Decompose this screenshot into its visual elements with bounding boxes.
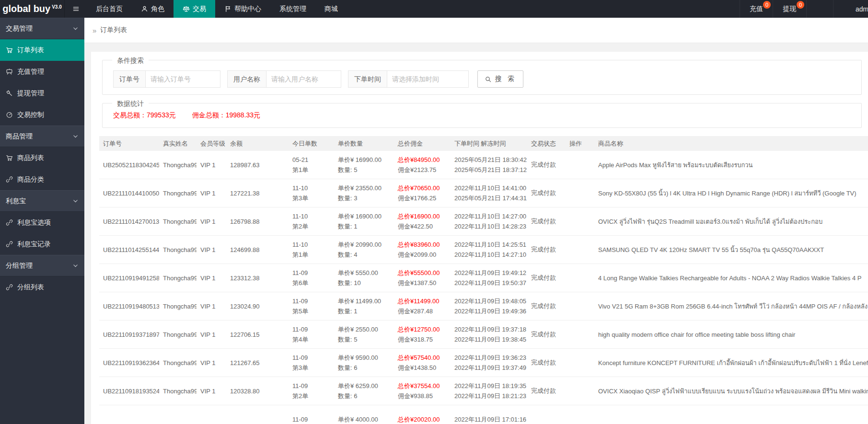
balance: 128987.63 xyxy=(226,161,289,169)
nav-item-6[interactable]: 商城 xyxy=(315,0,347,18)
vip-level: VIP 1 xyxy=(197,218,226,225)
order-id: UB2211101425514425 xyxy=(99,246,159,253)
total-commission: 总价¥11499.00佣金¥287.48 xyxy=(394,296,451,316)
order-unfreeze-time: 2022年11月09日 19:48:052022年11月09日 19:49:36 xyxy=(451,296,527,316)
unit-price-quantity: 单价¥ 2550.00数量: 5 xyxy=(334,324,394,344)
column-header-11: 商品名称 xyxy=(594,139,868,148)
total-commission: 总价¥20020.00 xyxy=(394,414,451,424)
sidebar-item-商品列表[interactable]: 商品列表 xyxy=(0,147,84,169)
sidebar-item-交易控制[interactable]: 交易控制 xyxy=(0,104,84,126)
order-id-field-label: 订单号 xyxy=(113,70,146,88)
sidebar-group-利息宝[interactable]: 利息宝 xyxy=(0,190,84,212)
table-row: UB2211091819352478Thongcha99VIP 1120328.… xyxy=(99,377,868,405)
refresh-icon xyxy=(816,5,824,13)
order-unfreeze-time: 2022年11月09日 17:01:16 xyxy=(451,414,527,424)
real-name: Thongcha99 xyxy=(159,161,197,169)
order-unfreeze-time: 2025年05月21日 18:30:422025年05月21日 18:37:12 xyxy=(451,155,527,175)
order-id-input[interactable] xyxy=(146,70,220,88)
user-icon xyxy=(845,5,853,12)
refresh-button[interactable] xyxy=(806,0,833,18)
real-name: Thongcha99 xyxy=(159,246,197,253)
vip-level: VIP 1 xyxy=(197,303,226,310)
gauge-icon xyxy=(6,111,13,118)
search-fieldset: 条件搜索 订单号 用户名称 下单时间 搜 索 xyxy=(102,60,862,95)
vip-level: VIP 1 xyxy=(197,359,226,367)
search-row: 订单号 用户名称 下单时间 搜 索 xyxy=(113,70,861,88)
nav-item-label: 帮助中心 xyxy=(234,5,261,13)
sidebar-item-订单列表[interactable]: 订单列表 xyxy=(0,39,84,61)
sidebar-group-商品管理[interactable]: 商品管理 xyxy=(0,126,84,147)
total-commission: 总价¥16900.00佣金¥422.50 xyxy=(394,211,451,231)
count-badge: 0 xyxy=(797,1,804,9)
order-time-input[interactable] xyxy=(387,70,469,88)
nav-item-4[interactable]: 帮助中心 xyxy=(215,0,270,18)
order-unfreeze-time: 2022年11月09日 18:19:352022年11月09日 18:21:23 xyxy=(451,381,527,401)
day-orders: 05-21第1单 xyxy=(289,155,334,175)
real-name: Thongcha99 xyxy=(159,218,197,225)
sidebar-item-利息宝记录[interactable]: 利息宝记录 xyxy=(0,233,84,255)
hamburger-icon[interactable] xyxy=(65,0,87,18)
trade-status: 完成付款 xyxy=(527,245,566,254)
balance: 126798.88 xyxy=(226,218,289,225)
real-name: Thongcha99 xyxy=(159,359,197,367)
nav-item-5[interactable]: 系统管理 xyxy=(270,0,315,18)
brand-logo: global buyV3.0 xyxy=(0,0,65,18)
real-name: Thongcha99 xyxy=(159,190,197,197)
user-menu[interactable]: admin xyxy=(833,0,868,18)
product-name: Koncept furniture KONCEPT FURNITURE เก้า… xyxy=(594,358,868,368)
total-commission: 总价¥84950.00佣金¥2123.75 xyxy=(394,155,451,175)
table-row: 11-09单价¥ 4000.00总价¥20020.002022年11月09日 1… xyxy=(99,405,868,424)
search-button[interactable]: 搜 索 xyxy=(477,70,523,88)
unit-price-quantity: 单价¥ 9590.00数量: 6 xyxy=(334,353,394,373)
total-commission: 总价¥70650.00佣金¥1766.25 xyxy=(394,183,451,203)
order-unfreeze-time: 2022年11月10日 14:27:002022年11月10日 14:28:23 xyxy=(451,211,527,231)
sidebar-item-提现管理[interactable]: 提现管理 xyxy=(0,82,84,104)
product-name: OVICX Xiaoqiao QISP ลู่วิ่งไฟฟ้าแบบเรียบ… xyxy=(594,386,868,396)
gavel-icon xyxy=(6,90,13,97)
nav-item-label: 角色 xyxy=(151,5,164,13)
sidebar-item-label: 交易控制 xyxy=(17,111,44,119)
main-content: » 订单列表 条件搜索 订单号 用户名称 下单时间 xyxy=(84,18,868,424)
real-name: Thongcha99 xyxy=(159,303,197,310)
nav-right-item-1[interactable]: 充值0 xyxy=(740,0,773,18)
flag-icon xyxy=(224,5,231,12)
sidebar-item-分组列表[interactable]: 分组列表 xyxy=(0,276,84,298)
table-row: UB2211101427001376Thongcha99VIP 1126798.… xyxy=(99,207,868,236)
balance: 123024.90 xyxy=(226,303,289,310)
column-header-4: 余额 xyxy=(226,139,289,148)
order-time-field-group: 下单时间 xyxy=(348,70,469,88)
sidebar-group-分组管理[interactable]: 分组管理 xyxy=(0,255,84,276)
username-input[interactable] xyxy=(266,70,341,88)
nav-item-label: 后台首页 xyxy=(96,5,123,13)
username-field-label: 用户名称 xyxy=(227,70,266,88)
balance: 124699.88 xyxy=(226,246,289,253)
cart-icon xyxy=(6,154,13,161)
nav-item-1[interactable]: 后台首页 xyxy=(87,0,132,18)
sidebar-item-充值管理[interactable]: 充值管理 xyxy=(0,61,84,82)
unit-price-quantity: 单价¥ 11499.00数量: 1 xyxy=(334,296,394,316)
day-orders: 11-10第3单 xyxy=(289,183,334,203)
column-header-5: 今日单数 xyxy=(289,139,334,148)
table-row: UB2211091948051391Thongcha99VIP 1123024.… xyxy=(99,292,868,321)
sidebar-item-label: 商品分类 xyxy=(17,175,44,184)
day-orders: 11-09第2单 xyxy=(289,381,334,401)
balance: 122706.15 xyxy=(226,331,289,338)
nav-right-item-2[interactable]: 提现0 xyxy=(773,0,806,18)
sidebar-item-label: 利息宝选项 xyxy=(17,218,51,227)
order-id: UB2505211830424500 xyxy=(99,161,159,169)
sidebar-group-交易管理[interactable]: 交易管理 xyxy=(0,18,84,39)
total-commission: 总价¥55500.00佣金¥1387.50 xyxy=(394,268,451,288)
balance: 120328.80 xyxy=(226,388,289,395)
sidebar-item-商品分类[interactable]: 商品分类 xyxy=(0,169,84,190)
sidebar-item-利息宝选项[interactable]: 利息宝选项 xyxy=(0,212,84,233)
product-name: Sony KD-55X80J (55 นิ้ว) l 4K Ultra HD l… xyxy=(594,188,868,198)
column-header-3: 会员等级 xyxy=(197,139,226,148)
day-orders: 11-10第1单 xyxy=(289,240,334,260)
sidebar: 交易管理订单列表充值管理提现管理交易控制商品管理商品列表商品分类利息宝利息宝选项… xyxy=(0,18,84,424)
sidebar-group-label: 交易管理 xyxy=(6,24,33,33)
top-navbar: global buyV3.0 后台首页角色交易帮助中心系统管理商城 充值0提现0… xyxy=(0,0,868,18)
product-name: high quality modern office chair for off… xyxy=(594,331,868,338)
nav-item-2[interactable]: 角色 xyxy=(132,0,174,18)
commission-total: 佣金总额：19988.33元 xyxy=(192,111,260,120)
nav-item-3[interactable]: 交易 xyxy=(174,0,215,18)
